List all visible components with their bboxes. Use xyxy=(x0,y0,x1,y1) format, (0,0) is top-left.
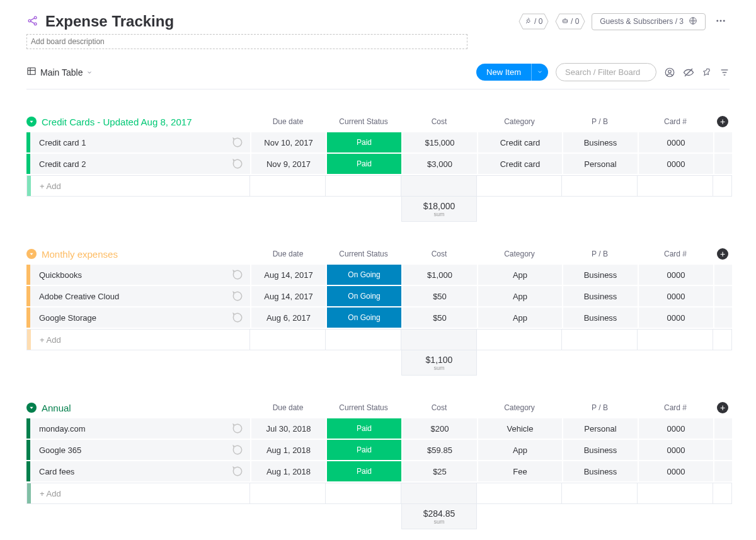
status-cell[interactable]: Paid xyxy=(326,461,401,481)
card-cell[interactable]: 0000 xyxy=(638,307,713,328)
status-cell[interactable]: Paid xyxy=(326,154,401,174)
add-column-button[interactable]: + xyxy=(717,402,728,413)
column-header[interactable]: Due date xyxy=(250,403,326,412)
table-row[interactable]: Google 365Aug 1, 2018Paid$59.85AppBusine… xyxy=(26,440,730,461)
due-date-cell[interactable]: Aug 6, 2017 xyxy=(250,307,326,328)
new-item-dropdown[interactable] xyxy=(531,64,548,81)
hide-columns-button[interactable] xyxy=(683,67,694,78)
column-header[interactable]: Due date xyxy=(250,250,326,258)
person-filter-button[interactable] xyxy=(664,67,675,78)
chat-icon[interactable] xyxy=(231,465,250,478)
category-cell[interactable]: App xyxy=(477,265,562,285)
column-header[interactable]: Category xyxy=(477,117,562,126)
table-row[interactable]: monday.comJul 30, 2018Paid$200VehiclePer… xyxy=(26,418,730,440)
pb-cell[interactable]: Business xyxy=(562,440,638,460)
view-picker[interactable]: Main Table xyxy=(26,66,93,78)
cost-cell[interactable]: $59.85 xyxy=(401,440,477,460)
collapse-toggle[interactable] xyxy=(26,249,37,259)
category-cell[interactable]: Credit card xyxy=(477,132,562,152)
add-column-button[interactable]: + xyxy=(717,116,728,127)
group-title[interactable]: Credit Cards - Updated Aug 8, 2017 xyxy=(42,117,192,127)
column-header[interactable]: Category xyxy=(477,403,562,412)
due-date-cell[interactable]: Aug 1, 2018 xyxy=(250,461,326,481)
cost-cell[interactable]: $200 xyxy=(401,418,477,439)
more-options-button[interactable] xyxy=(712,13,730,30)
cost-cell[interactable]: $3,000 xyxy=(401,154,477,174)
item-name[interactable]: Quickbooks xyxy=(30,270,231,280)
item-name[interactable]: Card fees xyxy=(30,467,231,476)
add-item-row[interactable]: + Add xyxy=(26,329,730,350)
due-date-cell[interactable]: Aug 1, 2018 xyxy=(250,440,326,460)
pb-cell[interactable]: Business xyxy=(562,307,638,328)
pin-button[interactable] xyxy=(702,67,712,78)
pb-cell[interactable]: Business xyxy=(562,265,638,285)
column-header[interactable]: Current Status xyxy=(326,403,401,412)
item-name[interactable]: Credit card 1 xyxy=(30,138,231,147)
card-cell[interactable]: 0000 xyxy=(638,461,713,481)
item-name[interactable]: Credit card 2 xyxy=(30,159,231,169)
chat-icon[interactable] xyxy=(231,158,250,170)
column-header[interactable]: P / B xyxy=(562,250,638,258)
table-row[interactable]: Credit card 1Nov 10, 2017Paid$15,000Cred… xyxy=(26,132,730,154)
cost-cell[interactable]: $50 xyxy=(401,286,477,306)
due-date-cell[interactable]: Aug 14, 2017 xyxy=(250,286,326,306)
table-row[interactable]: Adobe Creative CloudAug 14, 2017On Going… xyxy=(26,286,730,307)
category-cell[interactable]: Credit card xyxy=(477,154,562,174)
column-header[interactable]: P / B xyxy=(562,117,638,126)
column-header[interactable]: Due date xyxy=(250,117,326,126)
status-cell[interactable]: On Going xyxy=(326,286,401,306)
card-cell[interactable]: 0000 xyxy=(638,418,713,439)
column-header[interactable]: Cost xyxy=(401,250,477,258)
status-cell[interactable]: Paid xyxy=(326,132,401,152)
column-header[interactable]: Card # xyxy=(638,250,713,258)
status-cell[interactable]: Paid xyxy=(326,418,401,439)
search-input[interactable] xyxy=(556,63,656,81)
status-cell[interactable]: On Going xyxy=(326,307,401,328)
card-cell[interactable]: 0000 xyxy=(638,132,713,152)
collapse-toggle[interactable] xyxy=(26,403,37,413)
column-header[interactable]: Category xyxy=(477,250,562,258)
filter-button[interactable] xyxy=(719,67,730,78)
column-header[interactable]: Cost xyxy=(401,403,477,412)
card-cell[interactable]: 0000 xyxy=(638,154,713,174)
column-header[interactable]: Current Status xyxy=(326,250,401,258)
chat-icon[interactable] xyxy=(231,136,250,149)
table-row[interactable]: Credit card 2Nov 9, 2017Paid$3,000Credit… xyxy=(26,154,730,175)
table-row[interactable]: QuickbooksAug 14, 2017On Going$1,000AppB… xyxy=(26,265,730,286)
column-header[interactable]: Card # xyxy=(638,117,713,126)
group-title[interactable]: Annual xyxy=(42,403,71,413)
chat-icon[interactable] xyxy=(231,311,250,324)
pb-cell[interactable]: Personal xyxy=(562,154,638,174)
card-cell[interactable]: 0000 xyxy=(638,265,713,285)
collapse-toggle[interactable] xyxy=(26,117,37,127)
due-date-cell[interactable]: Jul 30, 2018 xyxy=(250,418,326,439)
chat-icon[interactable] xyxy=(231,422,250,435)
table-row[interactable]: Card feesAug 1, 2018Paid$25FeeBusiness00… xyxy=(26,461,730,483)
new-item-button[interactable]: New Item xyxy=(476,64,531,81)
chat-icon[interactable] xyxy=(231,268,250,281)
automations-button[interactable]: / 0 xyxy=(555,13,585,30)
chat-icon[interactable] xyxy=(231,290,250,302)
pb-cell[interactable]: Business xyxy=(562,132,638,152)
add-item-row[interactable]: + Add xyxy=(26,175,730,197)
category-cell[interactable]: Fee xyxy=(477,461,562,481)
card-cell[interactable]: 0000 xyxy=(638,286,713,306)
board-description-input[interactable] xyxy=(26,34,467,49)
integrations-button[interactable]: / 0 xyxy=(518,13,549,30)
column-header[interactable]: P / B xyxy=(562,403,638,412)
status-cell[interactable]: Paid xyxy=(326,440,401,460)
cost-cell[interactable]: $25 xyxy=(401,461,477,481)
add-item-row[interactable]: + Add xyxy=(26,483,730,504)
guests-subscribers-button[interactable]: Guests & Subscribers / 3 xyxy=(592,13,706,30)
column-header[interactable]: Cost xyxy=(401,117,477,126)
column-header[interactable]: Current Status xyxy=(326,117,401,126)
cost-cell[interactable]: $1,000 xyxy=(401,265,477,285)
status-cell[interactable]: On Going xyxy=(326,265,401,285)
chat-icon[interactable] xyxy=(231,444,250,456)
due-date-cell[interactable]: Aug 14, 2017 xyxy=(250,265,326,285)
pb-cell[interactable]: Business xyxy=(562,461,638,481)
pb-cell[interactable]: Business xyxy=(562,286,638,306)
category-cell[interactable]: App xyxy=(477,286,562,306)
category-cell[interactable]: App xyxy=(477,307,562,328)
table-row[interactable]: Google StorageAug 6, 2017On Going$50AppB… xyxy=(26,307,730,329)
